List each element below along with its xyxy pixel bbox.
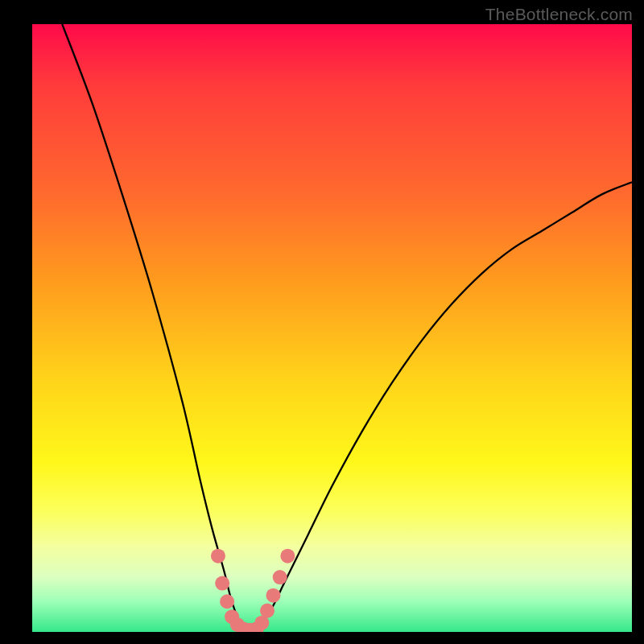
chart-svg: [32, 24, 632, 632]
bottleneck-curve: [62, 24, 632, 632]
highlight-dot: [260, 604, 275, 618]
highlight-dot: [215, 576, 229, 591]
plot-area: [32, 24, 632, 632]
curve-path: [62, 24, 632, 632]
highlight-dot: [266, 588, 280, 603]
highlight-dot: [273, 570, 287, 584]
watermark-text: TheBottleneck.com: [485, 5, 633, 24]
highlight-dots: [211, 549, 295, 632]
chart-frame: TheBottleneck.com: [0, 0, 644, 644]
highlight-dot: [211, 549, 225, 564]
highlight-dot: [220, 594, 234, 609]
highlight-dot: [280, 549, 295, 564]
